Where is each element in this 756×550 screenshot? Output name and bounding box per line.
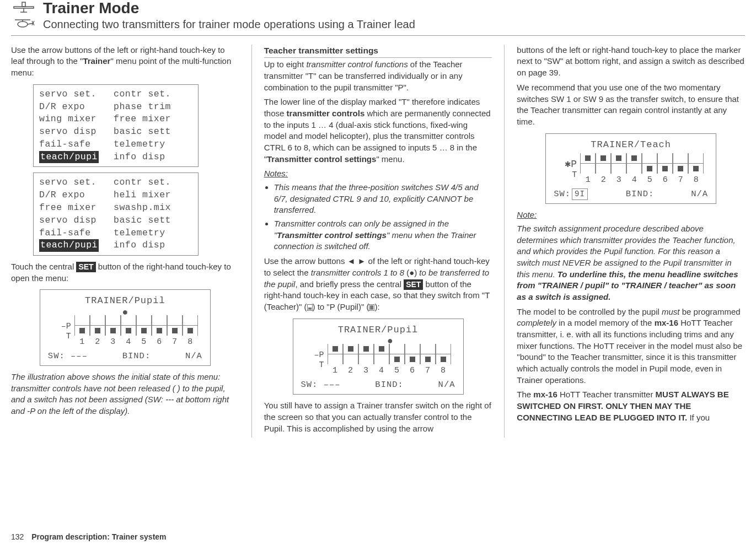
menu-item: telemetry <box>114 227 165 240</box>
section-heading: Teacher transmitter settings <box>264 45 492 58</box>
page-title: Trainer Mode <box>43 0 745 17</box>
lcd-bind: BIND: <box>375 379 404 391</box>
marker-icon <box>95 328 100 333</box>
menu-item: servo set. <box>39 88 114 101</box>
lcd-numbers: 12345678 <box>74 337 198 348</box>
col1-intro: Use the arrow buttons of the left or rig… <box>11 45 239 79</box>
menu-item: servo disp <box>39 214 114 227</box>
lcd-title: TRAINER/Teach <box>551 138 710 151</box>
page-number: 132 <box>11 532 24 541</box>
switch-box: 9I <box>572 188 588 200</box>
set-badge: SET <box>404 279 423 290</box>
page-footer: 132 Program description: Trainer system <box>11 532 167 541</box>
lcd-row-p <box>580 153 704 163</box>
menu-item: free mixer <box>39 202 114 214</box>
text-bold: mx-16 <box>655 318 678 327</box>
lcd-label-t: T <box>305 360 324 370</box>
set-badge: SET <box>76 262 95 272</box>
num: 5 <box>642 175 657 186</box>
menu-item: info disp <box>114 239 165 252</box>
svg-rect-1 <box>22 2 25 7</box>
menu-item: basic sett <box>114 214 171 227</box>
num: 7 <box>167 337 183 348</box>
lcd-title: TRAINER/Pupil <box>46 294 205 307</box>
marker-icon <box>616 155 621 161</box>
lcd-row-t <box>328 354 451 364</box>
lcd-label-t: T <box>52 332 71 342</box>
col3-p4: The mx-16 HoTT Teacher transmitter MUST … <box>517 389 745 423</box>
menu-item: wing mixer <box>39 113 114 126</box>
num: 1 <box>328 365 343 377</box>
page-subtitle: Connecting two transmitters for trainer … <box>43 18 745 31</box>
menu-box-2: servo set.contr set. D/R expoheli mixer … <box>33 172 199 256</box>
col2-p3: Use the arrow buttons ◄ ► of the left or… <box>264 256 492 312</box>
lcd-trainer-teach: TRAINER/Teach ✱P T <box>545 133 716 204</box>
menu-item-selected: teach/pupi <box>39 239 99 252</box>
menu-item: servo set. <box>39 176 114 189</box>
notes-list: This means that the three-position switc… <box>264 182 492 252</box>
pupil-marker-icon <box>369 304 374 311</box>
teacher-marker-icon <box>307 304 313 311</box>
marker-icon <box>678 166 683 171</box>
menu-item: D/R expo <box>39 189 114 202</box>
marker-icon <box>157 328 162 333</box>
menu-item: fail-safe <box>39 138 114 151</box>
col3-note: The switch assignment procedure describe… <box>517 223 745 303</box>
num: 8 <box>436 365 451 377</box>
text: The model to be controlled by the pupil <box>517 307 662 316</box>
text-bold: transmitter controls <box>287 109 365 118</box>
col1-set-text: Touch the central SET button of the righ… <box>11 261 239 284</box>
menu-item: heli mixer <box>114 189 171 202</box>
menu-item: fail-safe <box>39 227 114 240</box>
menu-item: D/R expo <box>39 101 114 114</box>
marker-icon <box>662 166 668 171</box>
num: 6 <box>657 175 673 186</box>
num: 8 <box>688 175 704 186</box>
marker-icon <box>141 328 147 333</box>
column-2: Teacher transmitter settings Up to eight… <box>264 45 492 438</box>
text: ): <box>374 302 379 311</box>
marker-icon <box>379 346 384 352</box>
col2-p1: Up to eight transmitter control function… <box>264 59 492 93</box>
marker-icon <box>363 346 369 352</box>
num: 6 <box>405 365 420 377</box>
note-item: Transmitter controls can only be assigne… <box>274 218 492 252</box>
text-italic: completely <box>517 318 556 327</box>
notes-heading: Notes: <box>264 168 492 180</box>
cursor-dot-icon: ● <box>383 338 398 344</box>
lcd-label-t: T <box>558 170 577 180</box>
column-3: buttons of the left or right-hand touch-… <box>517 45 745 438</box>
header-divider <box>11 35 745 36</box>
menu-item: contr set. <box>114 88 171 101</box>
cursor-dot-icon: ● <box>46 310 205 315</box>
text: in a model memory of the <box>556 318 655 327</box>
menu-item: info disp <box>114 151 165 164</box>
marker-icon <box>647 166 652 171</box>
lcd-trainer-pupil-initial: TRAINER/Pupil ● –P T <box>40 289 211 366</box>
marker-icon <box>79 328 85 333</box>
marker-icon <box>600 155 606 161</box>
text: ) to "P (Pupil)" ( <box>313 302 369 311</box>
lcd-label-p: –P <box>52 322 71 332</box>
marker-icon <box>333 346 338 352</box>
num: 1 <box>580 175 596 186</box>
lcd-row-p <box>328 344 451 354</box>
text: HoTT Teacher transmitter, i. e. with all… <box>517 318 742 384</box>
lcd-sw: SW: ––– <box>301 379 341 391</box>
lcd-bind: BIND: <box>626 188 655 200</box>
num: 3 <box>358 365 374 377</box>
lcd-na: N/A <box>438 379 455 391</box>
lcd-sw: SW: ––– <box>48 351 88 362</box>
lcd-row-t <box>580 164 704 174</box>
text: SW: <box>554 189 571 199</box>
text-italic: must <box>662 307 680 316</box>
text: Touch the central <box>11 262 76 271</box>
marker-icon <box>126 328 131 333</box>
col2-p2: The lower line of the display marked "T"… <box>264 96 492 165</box>
helicopter-icon <box>13 17 35 30</box>
fixed-wing-icon <box>13 1 35 14</box>
num: 4 <box>121 337 136 348</box>
menu-box-1: servo set.contr set. D/R expophase trim … <box>33 84 199 168</box>
marker-icon <box>348 346 353 352</box>
marker-icon <box>693 166 699 171</box>
